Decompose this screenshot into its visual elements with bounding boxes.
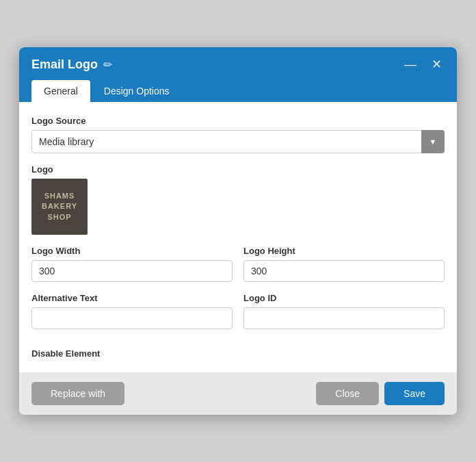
logo-id-group: Logo ID [243, 293, 445, 329]
dialog-header: Email Logo ✏ — ✕ General Design Options [19, 47, 457, 102]
footer-right: Close Save [316, 382, 445, 405]
footer-left: Replace with [31, 382, 124, 405]
logo-label: Logo [31, 164, 445, 175]
logo-source-group: Logo Source Media libraryURL [31, 116, 445, 153]
tab-bar: General Design Options [31, 80, 445, 102]
logo-text: SHAMS BAKERY SHOP [42, 191, 77, 222]
dialog-title: Email Logo [31, 57, 98, 72]
logo-id-input[interactable] [243, 307, 445, 329]
replace-with-button[interactable]: Replace with [31, 382, 124, 405]
save-button[interactable]: Save [384, 382, 445, 405]
title-left: Email Logo ✏ [31, 57, 112, 72]
logo-height-input[interactable] [243, 260, 445, 282]
title-row: Email Logo ✏ — ✕ [31, 57, 445, 72]
tab-general[interactable]: General [31, 80, 90, 102]
logo-width-group: Logo Width [31, 246, 233, 282]
disable-element-label: Disable Element [31, 348, 445, 359]
logo-width-input[interactable] [31, 260, 233, 282]
logo-source-label: Logo Source [31, 116, 445, 126]
minimize-button[interactable]: — [401, 57, 419, 72]
logo-group: Logo SHAMS BAKERY SHOP [31, 164, 445, 235]
alt-text-input[interactable] [31, 307, 233, 329]
email-logo-dialog: Email Logo ✏ — ✕ General Design Options … [19, 47, 457, 415]
alt-id-row: Alternative Text Logo ID [31, 293, 445, 340]
logo-preview: SHAMS BAKERY SHOP [31, 179, 88, 235]
logo-source-select-wrapper: Media libraryURL [31, 130, 445, 153]
logo-id-label: Logo ID [243, 293, 445, 303]
logo-height-label: Logo Height [243, 246, 445, 256]
logo-width-label: Logo Width [31, 246, 233, 256]
tab-design-options[interactable]: Design Options [92, 80, 182, 102]
logo-height-group: Logo Height [243, 246, 445, 282]
close-button[interactable]: Close [316, 382, 379, 405]
close-dialog-button[interactable]: ✕ [429, 57, 445, 72]
dialog-controls: — ✕ [401, 57, 445, 72]
dialog-body: Logo Source Media libraryURL Logo SHAMS … [19, 102, 457, 372]
dialog-footer: Replace with Close Save [19, 372, 457, 415]
edit-icon: ✏ [103, 58, 112, 71]
alt-text-group: Alternative Text [31, 293, 233, 329]
dimensions-row: Logo Width Logo Height [31, 246, 445, 293]
alt-text-label: Alternative Text [31, 293, 233, 303]
disable-section: Disable Element [31, 340, 445, 372]
logo-source-select[interactable]: Media libraryURL [31, 130, 445, 153]
